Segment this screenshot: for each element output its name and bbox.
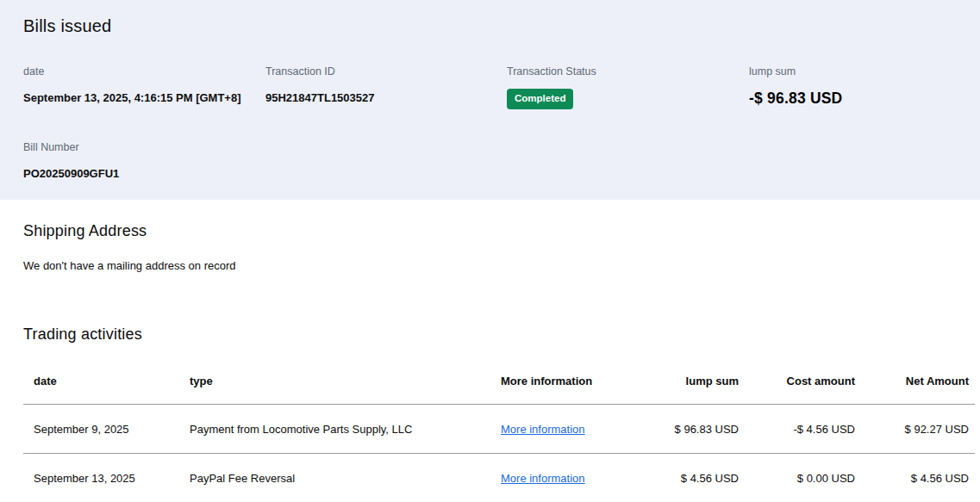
date-value: September 13, 2025, 4:16:15 PM [GMT+8] xyxy=(23,91,241,104)
shipping-address-section: Shipping Address We don't have a mailing… xyxy=(0,200,980,272)
column-header-date: date xyxy=(23,375,190,387)
more-information-link[interactable]: More information xyxy=(501,472,585,485)
field-transaction-status: Transaction Status Completed xyxy=(507,65,749,109)
more-information-link[interactable]: More information xyxy=(501,423,585,436)
bill-number-value: PO20250909GFU1 xyxy=(23,167,119,180)
column-header-cost-amount: Cost amount xyxy=(739,375,855,387)
cell-type: Payment from Locomotive Parts Supply, LL… xyxy=(190,423,501,436)
transaction-id-value: 95H21847TL1503527 xyxy=(265,91,375,104)
date-label: date xyxy=(23,65,265,77)
column-header-net-amount: Net Amount xyxy=(855,375,975,387)
cell-cost-amount: $ 0.00 USD xyxy=(739,472,855,485)
cell-lump-sum: $ 4.56 USD xyxy=(627,472,739,485)
cell-cost-amount: -$ 4.56 USD xyxy=(739,423,855,436)
field-date: date September 13, 2025, 4:16:15 PM [GMT… xyxy=(23,65,265,109)
summary-fields-row: date September 13, 2025, 4:16:15 PM [GMT… xyxy=(23,65,957,109)
column-header-lump-sum: lump sum xyxy=(627,375,739,387)
lump-sum-value: -$ 96.83 USD xyxy=(749,90,842,107)
shipping-address-title: Shipping Address xyxy=(23,200,957,240)
field-lump-sum: lump sum -$ 96.83 USD xyxy=(749,65,957,109)
cell-date: September 9, 2025 xyxy=(23,423,190,436)
status-badge: Completed xyxy=(507,89,573,109)
bill-summary-header: Bills issued date September 13, 2025, 4:… xyxy=(0,0,980,200)
table-header-row: date type More information lump sum Cost… xyxy=(23,358,975,405)
column-header-type: type xyxy=(190,375,501,387)
cell-net-amount: $ 92.27 USD xyxy=(855,423,975,436)
field-bill-number: Bill Number PO20250909GFU1 xyxy=(23,141,957,181)
cell-type: PayPal Fee Reversal xyxy=(190,472,501,485)
column-header-more-information: More information xyxy=(501,375,627,387)
table-row: September 9, 2025 Payment from Locomotiv… xyxy=(23,405,975,454)
trading-activities-section: Trading activities xyxy=(0,325,980,344)
transaction-id-label: Transaction ID xyxy=(265,65,507,77)
field-transaction-id: Transaction ID 95H21847TL1503527 xyxy=(265,65,507,109)
lump-sum-label: lump sum xyxy=(749,65,957,77)
cell-net-amount: $ 4.56 USD xyxy=(855,472,975,485)
shipping-address-message: We don't have a mailing address on recor… xyxy=(23,259,957,272)
bill-number-label: Bill Number xyxy=(23,141,957,153)
trading-activities-table: date type More information lump sum Cost… xyxy=(23,358,975,502)
page-title: Bills issued xyxy=(23,16,957,36)
cell-lump-sum: $ 96.83 USD xyxy=(627,423,739,436)
table-row: September 13, 2025 PayPal Fee Reversal M… xyxy=(23,454,975,502)
cell-date: September 13, 2025 xyxy=(23,472,190,485)
trading-activities-title: Trading activities xyxy=(23,325,957,344)
transaction-status-label: Transaction Status xyxy=(507,65,749,77)
